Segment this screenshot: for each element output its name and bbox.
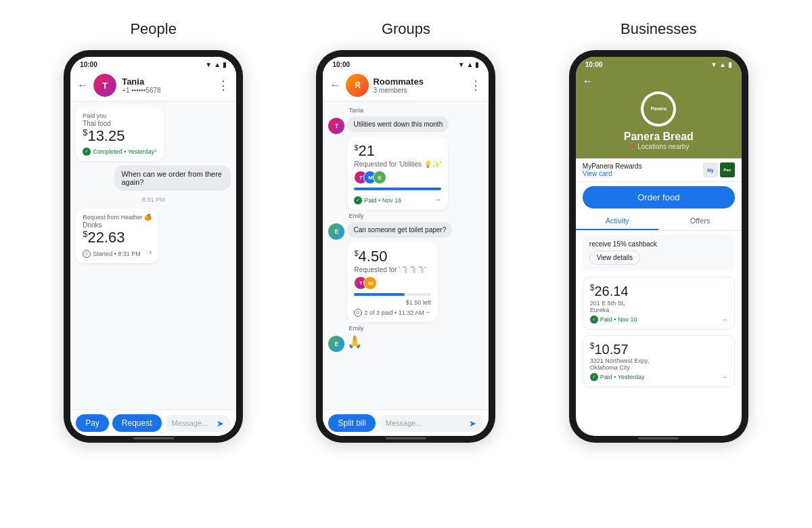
tab-offers[interactable]: Offers	[658, 213, 742, 230]
status-icons-people: ▼ ▲ ▮	[205, 61, 227, 68]
tp-status-row: ⏱ 2 of 3 paid • 11:32 AM →	[354, 306, 430, 317]
tx1-status: ✓ Paid • Nov 10 →	[590, 315, 727, 324]
message-input-people[interactable]: Message... ➤	[165, 415, 231, 432]
wifi-icon: ▲	[214, 61, 221, 68]
payment-label-heather: Request from Heather 🍊	[83, 214, 152, 221]
tp-amount: $4.50	[354, 248, 430, 265]
payers-stack-utilities: T M E	[354, 171, 441, 184]
tania-text-bubble: Utilities went down this month	[347, 116, 449, 132]
message-input-groups[interactable]: Message... ➤	[379, 415, 484, 432]
arrow-tx2: →	[721, 374, 727, 380]
check-tx1: ✓	[590, 315, 598, 324]
message-placeholder-groups: Message...	[386, 419, 422, 427]
payment-status-thai: ✓ Completed • Yesterday ›	[83, 145, 157, 156]
status-time-biz: 10:00	[585, 61, 603, 68]
payment-status-heather: ⏱ Started • 8:31 PM ›	[83, 247, 152, 258]
back-button-groups[interactable]: ←	[330, 79, 340, 91]
tania-msg-wrap: T Utilities went down this month	[328, 116, 483, 134]
location-pin-icon: 📍	[628, 143, 636, 150]
group-members: 3 members	[373, 87, 470, 94]
panera-logo-badge: Pan	[720, 162, 735, 177]
battery-icon-b: ▮	[728, 61, 732, 68]
clock-tp: ⏱	[354, 309, 362, 317]
emily-avatar-emoji: E	[328, 336, 344, 352]
status-bar-biz: 10:00 ▼ ▲ ▮	[576, 57, 742, 70]
request-button[interactable]: Request	[112, 414, 162, 432]
groups-column: Groups 10:00 ▼ ▲ ▮ ← R Roommates 3 m	[279, 20, 532, 443]
businesses-screen: 10:00 ▼ ▲ ▮ ← Panera Panera Bread	[576, 57, 742, 436]
utilities-status-row: ✓ Paid • Nov 16 →	[354, 194, 441, 204]
chat-header-people[interactable]: ← T Tania +1 ••••••5678 ⋮	[70, 70, 236, 102]
people-title: People	[130, 20, 177, 38]
tania-avatar-small: T	[328, 118, 344, 134]
panera-logo-text: Panera	[651, 106, 667, 112]
biz-header: ← Panera Panera Bread 📍 Locations nearby	[576, 70, 742, 158]
businesses-column: Businesses 10:00 ▼ ▲ ▮ ← Panera	[533, 20, 785, 443]
check-utilities: ✓	[354, 196, 362, 204]
cashback-text: receive 15% cashback	[589, 240, 728, 248]
send-icon-groups[interactable]: ➤	[469, 418, 476, 428]
rewards-bar: MyPanera Rewards View card My Pan	[576, 158, 742, 182]
people-column: People 10:00 ▼ ▲ ▮ ← T Tania +1 ••••	[27, 20, 279, 443]
tx1-address: 201 E 5th St,Eureka	[590, 300, 727, 313]
biz-location: 📍 Locations nearby	[628, 143, 689, 150]
panera-logo-inner: Panera	[644, 94, 673, 124]
progress-utilities	[354, 188, 441, 190]
contact-avatar-people: T	[93, 74, 116, 97]
payment-card-tp[interactable]: $4.50 Requested for '🧻🧻🧻' T M $1.50 left…	[347, 242, 437, 322]
rewards-label: MyPanera Rewards	[583, 162, 642, 170]
tp-left-label: $1.50 left	[354, 299, 430, 306]
order-food-button[interactable]: Order food	[583, 186, 735, 208]
payment-card-heather[interactable]: Request from Heather 🍊 Drinks $22.63 ⏱ S…	[76, 208, 158, 263]
send-icon-people[interactable]: ➤	[217, 418, 224, 428]
status-icons-biz: ▼ ▲ ▮	[710, 61, 732, 68]
payment-card-thai[interactable]: Paid you Thai food $13.25 ✓ Completed • …	[76, 107, 164, 161]
progress-fill-tp	[354, 293, 405, 296]
back-button-biz[interactable]: ←	[583, 75, 593, 87]
emily-text-bubble: Can someone get toilet paper?	[347, 222, 452, 238]
check-icon-thai: ✓	[83, 148, 91, 156]
utilities-desc: Requested for 'Utilities 💡✨'	[354, 160, 441, 168]
biz-logo: Panera	[641, 91, 676, 127]
battery-icon: ▮	[223, 61, 227, 68]
businesses-phone: 10:00 ▼ ▲ ▮ ← Panera Panera Bread	[569, 50, 748, 443]
status-icons-groups: ▼ ▲ ▮	[458, 61, 480, 68]
chat-body-groups: Tania T Utilities went down this month $…	[323, 102, 489, 410]
contact-phone-people: +1 ••••••5678	[122, 87, 217, 94]
arrow-tx1: →	[721, 316, 727, 323]
signal-icon-b: ▼	[710, 61, 717, 68]
payment-desc-heather: Drinks	[83, 221, 152, 229]
signal-icon: ▼	[205, 61, 212, 68]
more-options-groups[interactable]: ⋮	[470, 78, 482, 93]
transaction-2[interactable]: $10.57 3321 Northwest Expy,Oklahoma City…	[583, 335, 735, 388]
home-indicator-groups	[386, 437, 426, 439]
signal-icon-g: ▼	[458, 61, 465, 68]
tx1-amount: $26.14	[590, 283, 727, 299]
emily-msg-wrap: E Can someone get toilet paper?	[328, 222, 483, 240]
progress-tp	[354, 293, 430, 296]
emily-avatar-small: E	[328, 223, 344, 240]
sender-tania: Tania	[348, 107, 483, 114]
more-options-people[interactable]: ⋮	[217, 78, 229, 93]
group-info: Roommates 3 members	[373, 76, 470, 94]
split-bill-button[interactable]: Split bill	[328, 414, 375, 432]
tab-activity[interactable]: Activity	[576, 213, 659, 230]
pay-button[interactable]: Pay	[76, 414, 109, 432]
progress-fill-utilities	[354, 188, 441, 190]
groups-title: Groups	[382, 20, 430, 38]
biz-tab-bar: Activity Offers	[576, 213, 742, 231]
rewards-link[interactable]: View card	[583, 170, 642, 177]
arrow-heather: ›	[150, 248, 152, 256]
biz-name: Panera Bread	[624, 131, 694, 143]
home-indicator-biz	[638, 437, 679, 439]
view-details-button[interactable]: View details	[589, 250, 640, 265]
transaction-1[interactable]: $26.14 201 E 5th St,Eureka ✓ Paid • Nov …	[583, 277, 735, 330]
payment-card-utilities[interactable]: $21 Requested for 'Utilities 💡✨' T M E ✓…	[347, 137, 447, 210]
payment-desc-thai: Thai food	[83, 120, 157, 127]
status-time-groups: 10:00	[332, 61, 350, 68]
chat-header-groups[interactable]: ← R Roommates 3 members ⋮	[323, 70, 489, 102]
wifi-icon-b: ▲	[719, 61, 726, 68]
people-phone: 10:00 ▼ ▲ ▮ ← T Tania +1 ••••••5678 ⋮	[64, 50, 243, 443]
back-button-people[interactable]: ←	[77, 79, 88, 91]
sender-emily-2: Emily	[348, 325, 483, 332]
